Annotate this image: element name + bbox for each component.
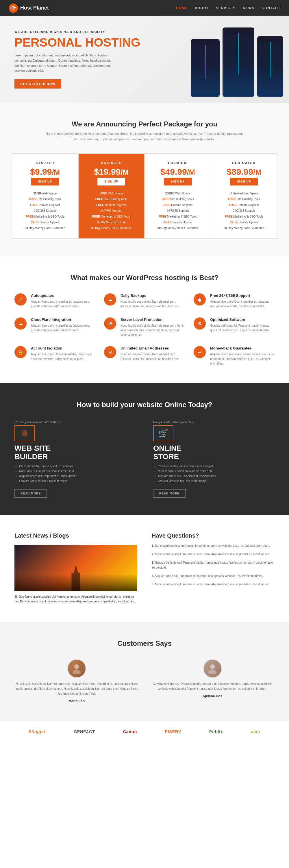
list-item: Praesent mattis, massa quis luctus ernri… [14,464,136,469]
feature-item: FREE Marketing & SEO Tools [18,214,72,220]
testimonial-2-text: Gravida vehicula nisl. Praesent mattis, … [150,681,275,691]
feature-item: 99.9% Service Uptime [217,220,272,225]
wordpress-features-grid: ✓ Autoupdates Aliquam libero nisi, imper… [14,293,275,366]
avatar-1 [67,659,86,678]
list-item: Praesent mattis, massa quis luctus ernri… [153,464,275,469]
feature-item: 250GB Web Space [151,191,205,196]
plan-starter-signup[interactable]: SIGN UP [31,178,59,185]
avatar-placeholder-1 [68,660,85,677]
build-store-heading: ONLINE STORE [153,444,275,461]
feature-item: 99.9% Service Uptime [151,220,205,225]
feature-item: FREE Site Building Tools [84,196,139,202]
logo-text: Host Planet [20,5,49,11]
feature-item: Unlimited Web Space [217,191,272,196]
build-website-read-more[interactable]: READ MORE [14,489,47,498]
testimonial-1-name: Maria Leo [14,699,139,703]
plan-premium-signup[interactable]: SIGN UP [164,178,192,185]
wp-feature-cloudflare-content: CloudFlare Integration Aliquam libero ni… [31,317,95,333]
feature-item: FREE Domain Register [151,202,205,208]
nav-links: HOME ABOUT SERVICES NEWS CONTACT [176,6,280,10]
wp-feature-autoupdates-title: Autoupdates [31,293,95,298]
nav-home[interactable]: HOME [176,6,187,10]
build-store-read-more[interactable]: READ MORE [153,489,185,498]
testimonials-grid: Nunc iaculis suscipit dui.Nam sit amet s… [14,659,275,703]
autoupdates-icon: ✓ [14,293,27,306]
wp-feature-support-desc: Aliquam libero nisi.Doc. imperdiet at, t… [210,300,275,309]
isolation-icon: 🔒 [14,346,27,358]
feature-item: FREE Domain Register [217,202,272,208]
wp-feature-moneyback-content: Money-back Guarantee Aliquam libero nisi… [210,346,275,366]
nav-services[interactable]: SERVICES [216,6,236,10]
packages-subtitle: Nunc iaculis suscipit dui.Nam sit amet s… [43,131,246,142]
hero-cta-button[interactable]: GET STARTED NOW [14,79,61,89]
plan-dedicated-signup[interactable]: SIGN UP [230,178,258,185]
plan-business-signup[interactable]: SIGN UP [97,178,125,185]
nav-contact[interactable]: CONTACT [261,6,280,10]
testimonial-2-name: Ajellina Doe [150,694,275,698]
faq-item-4: 4. Aliquam libero nisi, imperdiet at, ti… [152,574,275,578]
wp-feature-email-title: Unlimited Email Addresses [120,346,185,350]
build-website-builder: Create your own website with our 🖥 WEB S… [14,421,136,497]
client-acer: acer [251,730,261,734]
svg-point-1 [73,670,81,674]
plan-business-name: BUSINESS [84,161,139,165]
wp-feature-autoupdates-desc: Aliquam libero nisi, imperdiet at, tinci… [31,300,95,309]
hero-title: PERSONAL HOSTING [14,36,275,49]
client-publix: Publix [209,730,223,734]
wp-feature-isolation: 🔒 Account Isolation Aliquam libero nisi.… [14,346,95,366]
wp-feature-support-content: Free 24×7/365 Support Aliquam libero nis… [210,293,275,309]
feature-item: FREE Domain Register [84,202,139,208]
wp-feature-moneyback-desc: Aliquam libero nisi. Nunc iaculis massa … [210,352,275,366]
plan-starter-price: $9.99/M [18,167,72,177]
wp-feature-cloudflare-desc: Aliquam libero nisi, imperdiet at, tinci… [31,323,95,333]
wp-feature-isolation-desc: Aliquam libero nisi. Praesent mattis, ma… [31,352,95,361]
news-column: Latest News / Blogs 26 Dec Nunc iaculis … [14,532,137,605]
wp-feature-software: ⚙ Optimized Software Gravida vehicula ni… [194,317,275,337]
faq-item-2: 2. Nunc iaculis suscipit dui.Nam sit ame… [152,552,275,557]
wordpress-section: What makes our WordPress hosting is Best… [0,256,289,383]
list-item: Aliquam libero nisi, imperdiet at, tinci… [153,474,275,478]
nav-about[interactable]: ABOUT [195,6,209,10]
svg-point-2 [210,664,215,669]
feature-item: 24/7/365 Support [151,208,205,214]
email-icon: ✉ [104,346,116,358]
wp-feature-email-content: Unlimited Email Addresses Nunc iaculis s… [120,346,185,361]
feature-item: 24/7/365 Support [84,208,139,214]
logo-icon: ⟳ [9,3,18,13]
server-icon: 🖥 [104,317,116,330]
list-item: Aliquam libero nisi, imperdiet at, tinci… [14,474,136,478]
faq-title: Have Questions? [152,532,275,539]
support-icon: ⏰ [194,293,206,306]
feature-item: FREE Marketing & SEO Tools [151,214,205,220]
build-website-list: Praesent mattis, massa quis luctus ernri… [14,464,136,484]
feature-item: FREE Site Building Tools [217,196,272,202]
wp-feature-email: ✉ Unlimited Email Addresses Nunc iaculis… [104,346,185,366]
build-website-heading: WEB SITE BUILDER [14,444,136,461]
news-date: 26 Dec Nunc iaculis suscipit dui.Nam sit… [14,594,137,603]
build-store-desc: Easy Create, Manage & Sell. [153,421,275,424]
hero-section: WE ARE OFFERING HIGH SPEED AND RELIABILI… [0,16,289,103]
faq-item-3: 3. Gravida vehicula nisl. Praesent matti… [152,560,275,570]
hero-description: Lorem ipsum dolor sit amet, test link ad… [14,53,116,73]
wp-feature-moneyback: ↩ Money-back Guarantee Aliquam libero ni… [194,346,275,366]
faq-column: Have Questions? 1. Nunc iaculis massa qu… [152,532,275,605]
wp-feature-server-content: Server Level Protection Nunc iaculis sus… [120,317,185,337]
news-image-overlay [14,574,137,591]
plan-dedicated: DEDICATED $89.99/M SIGN UP Unlimited Web… [211,154,278,239]
logo[interactable]: ⟳ Host Planet [9,3,49,13]
wp-feature-server-title: Server Level Protection [120,317,185,322]
plan-premium-features: 250GB Web Space FREE Site Building Tools… [151,191,205,231]
client-blogger: Blogger [28,730,46,734]
feature-item: 30 Day Money Back Guarantee [151,225,205,231]
plan-dedicated-price: $89.99/M [217,167,272,177]
wp-feature-server: 🖥 Server Level Protection Nunc iaculis s… [104,317,185,337]
build-grid: Create your own website with our 🖥 WEB S… [14,421,275,497]
list-item: Nunc iaculis suscipit dui.Nam sit amet s… [153,469,275,474]
nav-news[interactable]: NEWS [243,6,254,10]
cloudflare-icon: ☁ [14,317,27,330]
hero-tagline: WE ARE OFFERING HIGH SPEED AND RELIABILI… [14,30,275,34]
svg-point-0 [74,664,79,669]
plan-dedicated-name: DEDICATED [217,161,272,165]
feature-item: 25GB Web Space [18,191,72,196]
testimonial-2: Gravida vehicula nisl. Praesent mattis, … [150,659,275,703]
